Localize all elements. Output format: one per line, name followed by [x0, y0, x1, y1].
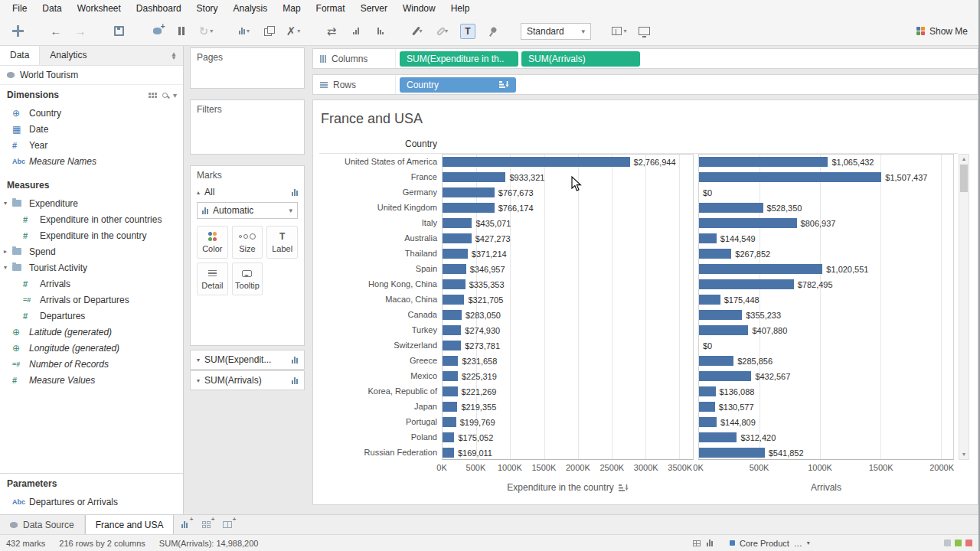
- view-mode-select[interactable]: Standard▾: [521, 23, 591, 40]
- field-departures[interactable]: #Departures: [0, 308, 183, 324]
- bar-japan[interactable]: [443, 402, 457, 412]
- scrollbar-thumb[interactable]: [960, 165, 968, 192]
- row-label-australia[interactable]: Australia: [313, 230, 437, 246]
- mark-type-select[interactable]: Automatic ▾: [197, 202, 298, 219]
- bar-germany[interactable]: [443, 187, 495, 197]
- row-label-hong-kong-china[interactable]: Hong Kong, China: [313, 276, 437, 292]
- menu-item-file[interactable]: File: [5, 1, 34, 16]
- pill-country[interactable]: Country: [400, 77, 516, 93]
- swap-axes-button[interactable]: ⇄: [322, 21, 341, 41]
- bar-macao-china[interactable]: [443, 295, 464, 305]
- field-date[interactable]: ▦Date: [0, 121, 183, 137]
- menu-item-worksheet[interactable]: Worksheet: [70, 1, 129, 16]
- country-column-header[interactable]: Country: [313, 139, 437, 149]
- bar-portugal[interactable]: [699, 417, 717, 427]
- row-label-thailand[interactable]: Thailand: [313, 246, 437, 261]
- menu-item-help[interactable]: Help: [443, 1, 478, 16]
- new-worksheet-tab-button[interactable]: [174, 515, 195, 534]
- undo-button[interactable]: ←: [46, 21, 66, 41]
- bar-france[interactable]: [699, 172, 881, 182]
- bar-united-kingdom[interactable]: [443, 203, 495, 213]
- tooltip-button[interactable]: Tooltip: [232, 262, 263, 295]
- menu-item-window[interactable]: Window: [395, 1, 443, 16]
- bar-united-states-of-america[interactable]: [443, 157, 630, 167]
- row-label-portugal[interactable]: Portugal: [313, 414, 437, 429]
- row-label-macao-china[interactable]: Macao, China: [313, 292, 437, 307]
- rows-shelf[interactable]: Rows Country: [312, 74, 978, 95]
- collapse-icon[interactable]: ▾: [4, 264, 12, 271]
- field-number-of-records[interactable]: =#Number of Records: [0, 356, 183, 372]
- tableau-logo-button[interactable]: [8, 21, 28, 41]
- row-label-canada[interactable]: Canada: [313, 307, 437, 322]
- menu-item-dashboard[interactable]: Dashboard: [129, 1, 189, 16]
- scroll-up-icon[interactable]: ▲: [959, 155, 969, 164]
- bar-russian-federation[interactable]: [443, 448, 454, 458]
- row-label-greece[interactable]: Greece: [313, 353, 437, 368]
- sort-icon[interactable]: [499, 80, 509, 89]
- bar-greece[interactable]: [699, 356, 733, 366]
- bar-japan[interactable]: [699, 402, 715, 412]
- collapse-icon[interactable]: ▾: [4, 200, 12, 207]
- axis-title-expenditure[interactable]: Expenditure in the country: [442, 482, 694, 493]
- row-label-korea-republic-of[interactable]: Korea, Republic of: [313, 383, 437, 399]
- pause-updates-button[interactable]: [172, 21, 191, 41]
- row-label-germany[interactable]: Germany: [313, 184, 437, 200]
- expand-icon[interactable]: ▸: [4, 248, 12, 255]
- bar-australia[interactable]: [443, 233, 472, 243]
- field-expenditure[interactable]: ▾Expenditure: [0, 195, 183, 211]
- field-expenditure-in-other-countries[interactable]: #Expenditure in other countries: [0, 211, 183, 227]
- bar-hong-kong-china[interactable]: [443, 279, 466, 289]
- bar-canada[interactable]: [699, 310, 742, 320]
- tab-data[interactable]: Data: [0, 46, 40, 65]
- bar-mexico[interactable]: [699, 371, 751, 381]
- core-product-selector[interactable]: Core Product … ▾: [730, 539, 810, 548]
- redo-button[interactable]: →: [70, 21, 90, 41]
- bar-turkey[interactable]: [443, 325, 461, 335]
- bar-korea-republic-of[interactable]: [443, 386, 458, 396]
- bar-spain[interactable]: [443, 264, 466, 274]
- bar-italy[interactable]: [699, 218, 797, 228]
- color-button[interactable]: Color: [197, 226, 228, 259]
- row-label-switzerland[interactable]: Switzerland: [313, 337, 437, 353]
- menu-item-data[interactable]: Data: [34, 1, 69, 16]
- field-expenditure-in-the-country[interactable]: #Expenditure in the country: [0, 227, 183, 243]
- highlight-button[interactable]: ▾: [409, 21, 429, 41]
- field-latitude-generated[interactable]: ⊕Latitude (generated): [0, 324, 183, 340]
- field-year[interactable]: #Year: [0, 137, 183, 153]
- show-hide-cards-button[interactable]: ▾: [609, 21, 629, 41]
- bar-korea-republic-of[interactable]: [699, 386, 716, 396]
- filters-shelf[interactable]: Filters: [190, 99, 305, 155]
- row-label-mexico[interactable]: Mexico: [313, 368, 437, 383]
- new-datasource-button[interactable]: [147, 21, 167, 41]
- row-label-france[interactable]: France: [313, 169, 437, 184]
- bar-canada[interactable]: [443, 310, 462, 320]
- group-members-button[interactable]: ▾: [433, 21, 453, 41]
- bar-thailand[interactable]: [443, 249, 468, 259]
- row-label-japan[interactable]: Japan: [313, 399, 437, 414]
- field-departures-or-arrivals[interactable]: AbcDepartures or Arrivals: [0, 494, 183, 510]
- field-country[interactable]: ⊕Country: [0, 105, 183, 121]
- pages-shelf[interactable]: Pages: [190, 47, 305, 89]
- datasource-item[interactable]: World Tourism: [0, 66, 183, 85]
- marks-card-arrivals[interactable]: ▾ SUM(Arrivals): [190, 370, 305, 390]
- bar-poland[interactable]: [699, 432, 737, 442]
- table-icon[interactable]: [693, 540, 701, 546]
- bar-australia[interactable]: [699, 233, 717, 243]
- tab-analytics[interactable]: Analytics: [40, 46, 96, 65]
- row-label-spain[interactable]: Spain: [313, 261, 437, 276]
- columns-shelf[interactable]: Columns SUM(Expenditure in th.. SUM(Arri…: [312, 48, 978, 69]
- tab-data-source[interactable]: Data Source: [0, 515, 85, 534]
- menu-item-map[interactable]: Map: [275, 1, 308, 16]
- bar-hong-kong-china[interactable]: [699, 279, 794, 289]
- bar-united-states-of-america[interactable]: [699, 157, 828, 167]
- bar-greece[interactable]: [443, 356, 458, 366]
- view-as-grid-icon[interactable]: [149, 93, 157, 98]
- new-dashboard-tab-button[interactable]: [195, 515, 217, 534]
- bar-spain[interactable]: [699, 264, 822, 274]
- field-spend[interactable]: ▸Spend: [0, 243, 183, 259]
- bar-portugal[interactable]: [443, 417, 456, 427]
- field-arrivals-or-departures[interactable]: =#Arrivals or Departures: [0, 292, 183, 308]
- row-label-poland[interactable]: Poland: [313, 429, 437, 445]
- bar-russian-federation[interactable]: [699, 448, 765, 458]
- label-button[interactable]: T Label: [266, 226, 298, 259]
